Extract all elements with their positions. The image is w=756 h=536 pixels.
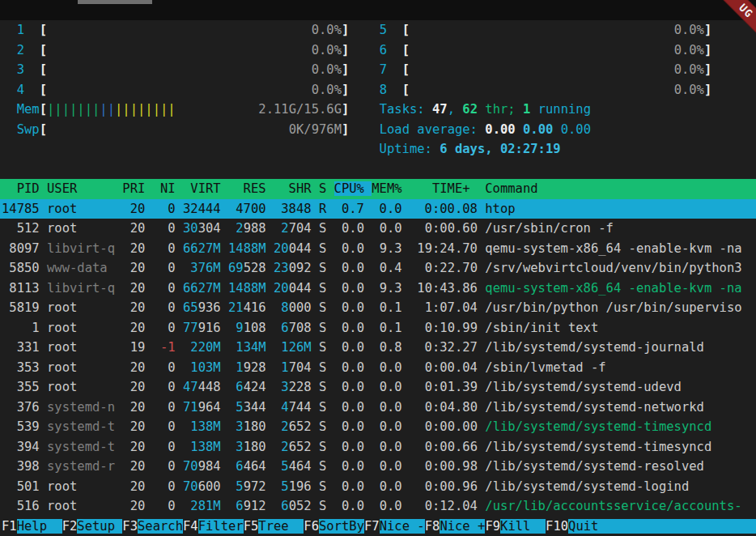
text-segment: 448 bbox=[198, 380, 236, 394]
fn-filter-button[interactable]: Filter bbox=[198, 519, 244, 534]
process-row-376[interactable]: 376 systemd-n 20 0 71964 5344 4744 S 0.0… bbox=[0, 398, 756, 418]
process-row-512[interactable]: 512 root 20 0 30304 2988 2704 S 0.0 0.0 … bbox=[0, 219, 756, 239]
text-segment: 5 bbox=[236, 479, 243, 494]
text-segment: [ bbox=[40, 23, 47, 37]
text-segment bbox=[2, 62, 17, 77]
process-row-539[interactable]: 539 systemd-t 20 0 138M 3180 2652 S 0.0 … bbox=[0, 417, 756, 437]
text-segment: 2 bbox=[281, 221, 288, 236]
text-segment: [ bbox=[402, 43, 410, 57]
process-row-5850[interactable]: 5850 www-data 20 0 376M 69528 23092 S 0.… bbox=[0, 258, 756, 279]
process-row-353[interactable]: 353 root 20 0 103M 1928 1704 S 0.0 0.0 0… bbox=[0, 358, 756, 378]
uptime-label: Uptime: bbox=[380, 142, 440, 156]
fn-nice-minus-button[interactable]: Nice - bbox=[380, 519, 425, 534]
negative-nice-value: -1 bbox=[153, 340, 176, 355]
process-row-355[interactable]: 355 root 20 0 47448 6424 3228 S 0.0 0.0 … bbox=[0, 377, 756, 398]
text-segment bbox=[221, 440, 236, 454]
text-segment: 6 bbox=[281, 499, 288, 513]
text-segment: 912 bbox=[244, 499, 282, 513]
running-count: 1 bbox=[523, 102, 530, 117]
uptime-value: 6 days, 02:27:19 bbox=[440, 142, 560, 156]
text-segment bbox=[221, 340, 236, 355]
fn-tree-button[interactable]: Tree bbox=[258, 519, 304, 534]
fn-nice-plus-button[interactable]: Nice + bbox=[440, 519, 485, 534]
fn-quit-button[interactable]: Quit bbox=[568, 519, 756, 534]
fn-key-f8[interactable]: F8 bbox=[425, 519, 440, 534]
process-row-516[interactable]: 516 root 20 0 281M 6912 6052 S 0.0 0.0 0… bbox=[0, 496, 756, 517]
mem-used-bars: ||||||| bbox=[47, 102, 100, 117]
text-segment: ] bbox=[704, 62, 711, 77]
text-segment: 220M bbox=[190, 340, 220, 355]
text-segment: 69 bbox=[228, 261, 244, 275]
text-segment: 3 bbox=[236, 419, 243, 434]
process-row-398[interactable]: 398 systemd-r 20 0 70984 6464 5464 S 0.0… bbox=[0, 457, 756, 477]
process-row-331[interactable]: 331 root 19 -1 220M 134M 126M S 0.0 0.8 … bbox=[0, 338, 756, 358]
text-segment: 134M bbox=[236, 340, 265, 355]
process-row-8113[interactable]: 8113 libvirt-q 20 0 6627M 1488M 20044 S … bbox=[0, 279, 756, 299]
text-segment: 20 0 bbox=[115, 400, 183, 415]
text-segment: 20 0 bbox=[115, 459, 183, 474]
text-segment: 8 bbox=[281, 300, 288, 315]
fn-sortby-button[interactable]: SortBy bbox=[319, 519, 364, 534]
cpu-meter-row-1-5: 1 [ 0.0%] 5 [ 0.0%] bbox=[0, 20, 756, 40]
mem-buffer-bars: || bbox=[100, 102, 115, 117]
text-segment: 704 S 0.0 0.0 0:00.60 /usr/sbin/cron -f bbox=[289, 221, 614, 236]
swap-meter-and-load-row: Swp[ 0K/976M] Load average: 0.00 0.00 0.… bbox=[0, 120, 756, 140]
cpu4-id: 4 bbox=[17, 83, 24, 97]
text-segment: 8113 bbox=[2, 281, 47, 296]
process-row-8097[interactable]: 8097 libvirt-q 20 0 6627M 1488M 20044 S … bbox=[0, 239, 756, 259]
fn-key-f10[interactable]: F10 bbox=[546, 519, 568, 534]
process-row-394[interactable]: 394 systemd-t 20 0 138M 3180 2652 S 0.0 … bbox=[0, 437, 756, 457]
text-segment: 398 bbox=[2, 459, 47, 474]
fn-search-button[interactable]: Search bbox=[138, 519, 183, 534]
text-segment: ] bbox=[704, 23, 711, 37]
process-row-5819[interactable]: 5819 root 20 0 65936 21416 8000 S 0.0 0.… bbox=[0, 298, 756, 318]
fn-key-f9[interactable]: F9 bbox=[485, 519, 500, 534]
cpu5-id: 5 bbox=[380, 23, 387, 37]
text-segment bbox=[24, 23, 40, 37]
fn-key-f3[interactable]: F3 bbox=[122, 519, 138, 534]
text-segment: 416 bbox=[244, 300, 282, 315]
text-segment bbox=[387, 43, 402, 57]
text-segment: 464 bbox=[244, 459, 282, 474]
text-segment bbox=[387, 23, 402, 37]
fn-key-f1[interactable]: F1 bbox=[2, 519, 17, 534]
text-segment: 052 S 0.0 0.0 0:12.04 bbox=[289, 499, 486, 513]
text-segment: 65 bbox=[183, 300, 198, 315]
load-5min: 0.00 bbox=[523, 122, 561, 137]
column-headers-left[interactable]: PID USER PRI NI VIRT RES SHR S bbox=[2, 181, 334, 196]
text-segment: 424 bbox=[244, 380, 282, 394]
fn-key-f6[interactable]: F6 bbox=[304, 519, 319, 534]
process-row-14785-selected[interactable]: 14785 root 20 0 32444 4700 3848 R 0.7 0.… bbox=[0, 199, 756, 219]
text-segment bbox=[24, 62, 40, 77]
panel-resize-handle[interactable] bbox=[78, 0, 152, 4]
text-segment: 376 bbox=[2, 400, 47, 415]
text-segment: , bbox=[448, 102, 463, 117]
text-segment bbox=[2, 122, 17, 137]
text-segment bbox=[387, 83, 402, 97]
fn-setup-button[interactable]: Setup bbox=[77, 519, 122, 534]
text-segment: 344 bbox=[244, 400, 282, 415]
text-segment bbox=[2, 102, 17, 117]
text-segment: 180 bbox=[244, 419, 282, 434]
function-key-bar[interactable]: F1Help F2Setup F3SearchF4FilterF5Tree F6… bbox=[0, 517, 756, 536]
fn-key-f7[interactable]: F7 bbox=[364, 519, 380, 534]
text-segment: 20 0 bbox=[115, 261, 190, 275]
debug-ribbon-text: UG bbox=[737, 1, 755, 19]
sort-column-cpu[interactable]: CPU% bbox=[334, 181, 372, 196]
selected-process-text: 14785 root 20 0 32444 4700 3848 R 0.7 0.… bbox=[2, 202, 516, 216]
column-headers-right[interactable]: MEM% TIME+ Command bbox=[372, 181, 537, 196]
text-segment: 044 S 0.0 9.3 10:43.86 bbox=[289, 281, 486, 296]
fn-key-f5[interactable]: F5 bbox=[244, 519, 259, 534]
fn-help-button[interactable]: Help bbox=[17, 519, 62, 534]
fn-kill-button[interactable]: Kill bbox=[500, 519, 546, 534]
text-segment: 928 bbox=[244, 360, 282, 375]
text-segment: 281M bbox=[190, 499, 220, 513]
fn-key-f4[interactable]: F4 bbox=[183, 519, 198, 534]
text-segment: 6627M 1488M 20 bbox=[183, 281, 289, 296]
text-segment bbox=[47, 122, 289, 137]
process-row-501[interactable]: 501 root 20 0 70600 5972 5196 S 0.0 0.0 … bbox=[0, 477, 756, 497]
table-header-row[interactable]: PID USER PRI NI VIRT RES SHR S CPU% MEM%… bbox=[0, 179, 756, 199]
fn-key-f2[interactable]: F2 bbox=[62, 519, 78, 534]
process-row-1[interactable]: 1 root 20 0 77916 9108 6708 S 0.0 0.1 0:… bbox=[0, 318, 756, 338]
panel-top-band bbox=[0, 0, 756, 20]
